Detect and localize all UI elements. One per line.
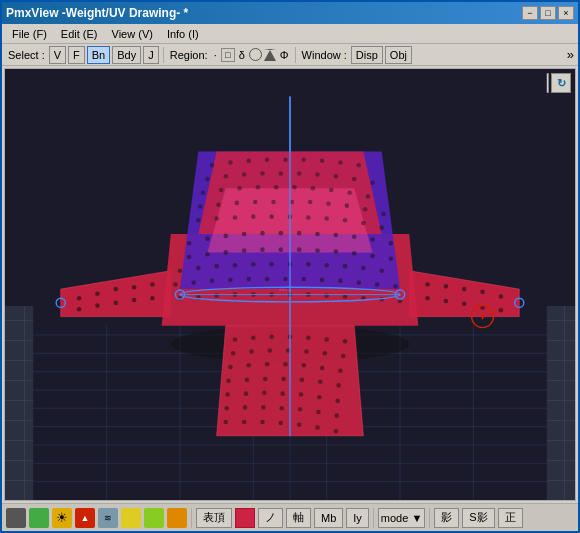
disp-button[interactable]: Disp (351, 46, 383, 64)
svg-point-208 (297, 423, 302, 428)
svg-point-66 (315, 248, 320, 253)
svg-point-146 (345, 203, 350, 208)
svg-point-119 (224, 174, 229, 179)
svg-point-116 (338, 160, 343, 165)
svg-point-113 (283, 157, 288, 162)
svg-point-111 (246, 158, 251, 163)
svg-point-142 (271, 200, 276, 205)
svg-point-168 (343, 339, 348, 344)
minimize-button[interactable]: − (522, 6, 538, 20)
close-button[interactable]: × (558, 6, 574, 20)
svg-point-181 (320, 366, 325, 371)
svg-point-187 (300, 378, 305, 383)
svg-point-31 (150, 282, 155, 287)
svg-point-137 (366, 194, 371, 199)
svg-point-92 (338, 279, 343, 284)
menu-edit[interactable]: Edit (E) (55, 27, 104, 41)
region-label: Region: (168, 49, 210, 61)
svg-point-86 (228, 278, 233, 283)
svg-point-175 (341, 354, 346, 359)
region-delta: δ (237, 49, 247, 61)
svg-point-176 (228, 365, 233, 370)
select-j-button[interactable]: J (143, 46, 159, 64)
svg-point-44 (462, 301, 467, 306)
svg-point-204 (224, 420, 229, 425)
region-circle-button[interactable] (249, 48, 262, 61)
svg-point-60 (205, 252, 210, 257)
menu-view[interactable]: View (V) (106, 27, 159, 41)
skage-button[interactable]: S影 (462, 508, 494, 528)
svg-point-115 (320, 158, 325, 163)
menu-info[interactable]: Info (I) (161, 27, 205, 41)
svg-point-209 (315, 425, 320, 430)
select-f-button[interactable]: F (68, 46, 85, 64)
svg-point-129 (219, 188, 224, 193)
window-controls: − □ × (522, 6, 574, 20)
svg-point-83 (173, 282, 178, 287)
svg-point-128 (201, 191, 206, 196)
sei-button[interactable]: 正 (498, 508, 523, 528)
svg-point-133 (292, 185, 297, 190)
hyomen-button[interactable]: 表頂 (196, 508, 232, 528)
select-bdy-button[interactable]: Bdy (112, 46, 141, 64)
svg-point-139 (216, 202, 221, 207)
svg-point-152 (251, 214, 256, 219)
svg-point-69 (370, 254, 375, 259)
svg-point-150 (214, 216, 219, 221)
svg-point-167 (324, 337, 329, 342)
svg-point-118 (205, 177, 210, 182)
mode-dropdown[interactable]: mode ▼ (378, 508, 425, 528)
svg-point-42 (425, 296, 430, 301)
region-triangle-button[interactable] (264, 49, 276, 61)
status-icon-6[interactable] (121, 508, 141, 528)
toolbar-separator-2 (295, 47, 296, 63)
svg-point-138 (198, 204, 203, 209)
svg-point-88 (265, 277, 270, 282)
statusbar: ☀ ▲ ≋ 表頂 ノ 軸 Mb Iy mode ▼ 影 S影 正 (2, 503, 578, 531)
svg-point-194 (299, 392, 304, 397)
svg-point-57 (370, 237, 375, 242)
svg-point-68 (352, 251, 357, 256)
status-icon-3[interactable]: ☀ (52, 508, 72, 528)
select-v-button[interactable]: V (49, 46, 66, 64)
svg-point-70 (389, 257, 394, 262)
maximize-button[interactable]: □ (540, 6, 556, 20)
region-square-button[interactable]: □ (221, 48, 235, 62)
svg-point-135 (329, 188, 334, 193)
viewport[interactable]: ⟺ ⟻ ↺ ↻ (4, 68, 576, 501)
svg-point-112 (265, 157, 270, 162)
main-window: PmxView -Weight/UV Drawing- * − □ × File… (0, 0, 580, 533)
status-icon-7[interactable] (144, 508, 164, 528)
kage-button[interactable]: 影 (434, 508, 459, 528)
jiku-button[interactable]: 軸 (286, 508, 311, 528)
svg-point-94 (375, 282, 380, 287)
status-icon-1[interactable] (6, 508, 26, 528)
status-icon-8[interactable] (167, 508, 187, 528)
svg-point-34 (113, 301, 118, 306)
status-icon-4[interactable]: ▲ (75, 508, 95, 528)
menu-file[interactable]: File (F) (6, 27, 53, 41)
svg-point-80 (343, 264, 348, 269)
toolbar-expand[interactable]: » (567, 47, 574, 62)
svg-point-81 (361, 266, 366, 271)
iy-button[interactable]: Iy (346, 508, 369, 528)
svg-point-170 (249, 349, 254, 354)
svg-point-166 (306, 335, 311, 340)
region-phi: Φ (278, 49, 291, 61)
status-separator-1 (191, 508, 192, 528)
n-button[interactable]: ノ (258, 508, 283, 528)
menubar: File (F) Edit (E) View (V) Info (I) (2, 24, 578, 44)
svg-point-36 (150, 296, 155, 301)
svg-point-132 (274, 185, 279, 190)
obj-button[interactable]: Obj (385, 46, 412, 64)
svg-point-136 (347, 191, 352, 196)
svg-point-64 (279, 247, 284, 252)
svg-point-76 (269, 262, 274, 267)
status-red-square[interactable] (235, 508, 255, 528)
svg-point-182 (338, 368, 343, 373)
svg-point-210 (334, 429, 339, 434)
select-bn-button[interactable]: Bn (87, 46, 110, 64)
status-icon-2[interactable] (29, 508, 49, 528)
mb-button[interactable]: Mb (314, 508, 343, 528)
status-icon-5[interactable]: ≋ (98, 508, 118, 528)
